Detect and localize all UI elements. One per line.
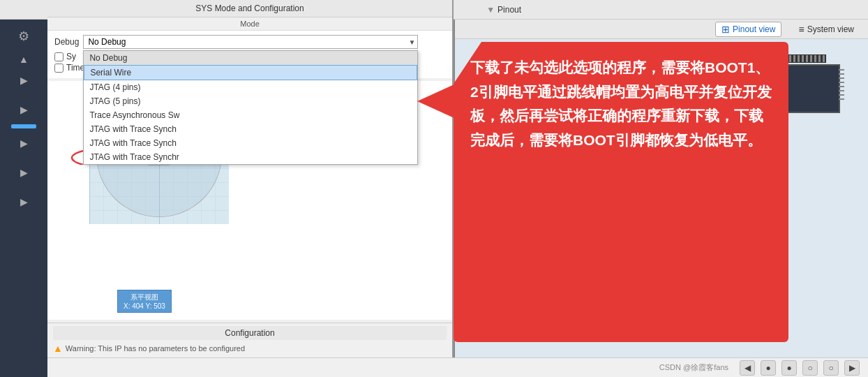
debug-select-container[interactable]: No Debug Serial Wire JTAG (4 pins) JTAG … bbox=[83, 35, 418, 49]
pin-r7 bbox=[839, 94, 844, 96]
sidebar-gear-icon[interactable]: ⚙ bbox=[7, 25, 40, 47]
mode-label: Mode bbox=[47, 17, 452, 31]
pinout-section[interactable]: ▼ Pinout bbox=[465, 5, 542, 15]
warning-icon: ▲ bbox=[53, 343, 63, 354]
sidebar-arrow-up[interactable]: ▲ bbox=[13, 52, 35, 67]
sidebar-arrow-right-4[interactable]: ▶ bbox=[13, 194, 35, 209]
pinout-arrow: ▼ bbox=[486, 5, 495, 15]
warning-text: Warning: This IP has no parameters to be… bbox=[66, 344, 245, 353]
debug-label: Debug bbox=[54, 37, 79, 47]
pin-r4 bbox=[839, 82, 844, 83]
sys-panel-body: Debug No Debug Serial Wire JTAG (4 pins)… bbox=[47, 31, 452, 78]
sidebar-arrow-right-1[interactable]: ▶ bbox=[13, 102, 35, 117]
checkbox-sy[interactable] bbox=[54, 52, 63, 61]
system-view-btn[interactable]: ≡ System view bbox=[793, 22, 860, 36]
pin-r1 bbox=[839, 69, 844, 71]
dropdown-item-jtag-trace2[interactable]: JTAG with Trace Synch bbox=[84, 136, 417, 150]
callout-text: 下载了未勾选此选项的程序，需要将BOOT1、2引脚电平通过跳线帽均置为高电平并复… bbox=[470, 59, 772, 148]
dropdown-item-jtag4[interactable]: JTAG (4 pins) bbox=[84, 80, 417, 94]
sidebar-arrow-right-3[interactable]: ▶ bbox=[13, 165, 35, 180]
warning-row: ▲ Warning: This IP has no parameters to … bbox=[53, 343, 447, 354]
config-panel: Configuration ▲ Warning: This IP has no … bbox=[47, 323, 452, 357]
callout-triangle bbox=[417, 84, 456, 119]
checkbox-timeslave[interactable] bbox=[54, 64, 63, 73]
coords-values: X: 404 Y: 503 bbox=[124, 302, 165, 310]
debug-dropdown-menu[interactable]: No Debug Serial Wire JTAG (4 pins) JTAG … bbox=[83, 50, 418, 165]
pinout-label: Pinout bbox=[497, 5, 521, 15]
callout-box: 下载了未勾选此选项的程序，需要将BOOT1、2引脚电平通过跳线帽均置为高电平并复… bbox=[454, 42, 788, 342]
nav-prev-btn[interactable]: ◀ bbox=[740, 360, 755, 376]
pinout-view-label: Pinout view bbox=[733, 24, 775, 34]
pin-r8 bbox=[839, 98, 844, 100]
sidebar-blue-bar bbox=[11, 124, 36, 128]
debug-row: Debug No Debug Serial Wire JTAG (4 pins)… bbox=[54, 35, 445, 49]
left-main-panel: SYS Mode and Configuration Mode Debug No… bbox=[47, 0, 452, 357]
coords-label: 系平视图 bbox=[124, 293, 165, 302]
checkbox-sy-label: Sy bbox=[66, 52, 76, 61]
system-view-label: System view bbox=[807, 24, 854, 34]
dropdown-item-no-debug[interactable]: No Debug bbox=[84, 51, 417, 65]
pin-r3 bbox=[839, 77, 844, 79]
nav-dot-4[interactable]: ○ bbox=[823, 360, 839, 376]
left-sidebar: ⚙ ▲ ▶ ▶ ▶ ▶ ▶ bbox=[0, 20, 47, 377]
bottom-bar: CSDN @徐霞客fans ◀ ● ● ○ ○ ▶ bbox=[47, 357, 868, 377]
nav-dot-2[interactable]: ● bbox=[781, 360, 797, 376]
nav-next-btn[interactable]: ▶ bbox=[844, 360, 860, 376]
dropdown-item-jtag-trace1[interactable]: JTAG with Trace Synch bbox=[84, 122, 417, 136]
dropdown-item-jtag5[interactable]: JTAG (5 pins) bbox=[84, 94, 417, 108]
dropdown-item-trace-async[interactable]: Trace Asynchronous Sw bbox=[84, 108, 417, 122]
coordinates-box: 系平视图 X: 404 Y: 503 bbox=[117, 290, 172, 313]
right-panel-header: ⊞ Pinout view ≡ System view bbox=[455, 20, 868, 39]
sidebar-arrow-down[interactable]: ▶ bbox=[13, 73, 35, 88]
debug-select[interactable]: No Debug Serial Wire JTAG (4 pins) JTAG … bbox=[83, 35, 418, 49]
pinout-view-icon: ⊞ bbox=[721, 24, 730, 35]
pinout-view-btn[interactable]: ⊞ Pinout view bbox=[715, 22, 781, 37]
pin-r5 bbox=[839, 86, 844, 87]
pin-r2 bbox=[839, 73, 844, 75]
config-panel-title: Configuration bbox=[53, 326, 447, 340]
system-view-icon: ≡ bbox=[798, 24, 804, 35]
mcu-right-pins bbox=[839, 69, 844, 100]
nav-dot-1[interactable]: ● bbox=[761, 360, 776, 376]
csdn-watermark: CSDN @徐霞客fans bbox=[659, 362, 728, 373]
pin-r6 bbox=[839, 90, 844, 91]
dropdown-item-jtag-trace3[interactable]: JTAG with Trace Synchr bbox=[84, 150, 417, 164]
dropdown-item-serial-wire[interactable]: Serial Wire bbox=[84, 65, 417, 80]
nav-dot-3[interactable]: ○ bbox=[802, 360, 818, 376]
sys-panel-title: SYS Mode and Configuration bbox=[47, 0, 452, 17]
vertical-divider bbox=[452, 0, 454, 357]
sidebar-arrow-right-2[interactable]: ▶ bbox=[13, 135, 35, 151]
